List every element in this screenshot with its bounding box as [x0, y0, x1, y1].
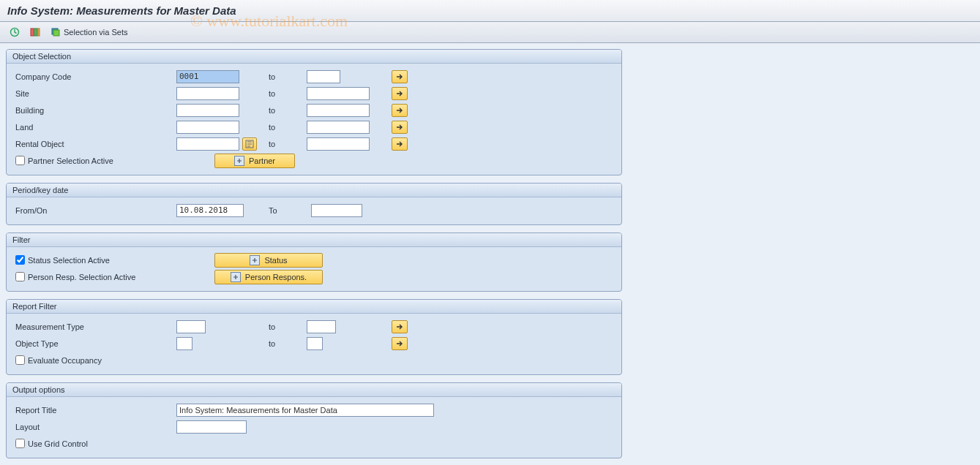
arrow-right-icon	[396, 140, 403, 148]
rental-object-from-input[interactable]	[176, 137, 239, 151]
evaluate-occupancy-label: Evaluate Occupancy	[28, 356, 102, 365]
svg-rect-3	[38, 29, 40, 36]
search-help-icon	[245, 140, 254, 148]
to-label: to	[206, 322, 307, 331]
person-respons-button-label: Person Respons.	[245, 273, 307, 281]
company-code-multiple-selection-button[interactable]	[392, 70, 408, 83]
partner-selection-active-label: Partner Selection Active	[28, 156, 113, 165]
partner-button-label: Partner	[249, 156, 275, 165]
label-rental-object: Rental Object	[12, 140, 176, 148]
expand-icon	[234, 156, 244, 166]
status-selection-active-checkbox[interactable]	[15, 255, 25, 265]
land-multiple-selection-button[interactable]	[392, 121, 408, 134]
company-code-to-input[interactable]	[307, 70, 340, 83]
content-area: Object Selection Company Code to Site to	[0, 43, 980, 465]
status-button-label: Status	[264, 256, 287, 265]
selection-via-sets-button[interactable]: Selection via Sets	[47, 25, 131, 39]
page-title: Info System: Measurements for Master Dat…	[0, 0, 980, 22]
label-building: Building	[12, 106, 176, 115]
layers-icon	[51, 27, 61, 37]
person-resp-selection-active-checkbox[interactable]	[15, 272, 25, 281]
clock-execute-icon	[10, 27, 20, 37]
arrow-right-icon	[396, 107, 403, 114]
group-report-filter: Report Filter Measurement Type to Object…	[6, 299, 622, 375]
to-label: to	[257, 140, 307, 148]
from-on-input[interactable]	[176, 204, 244, 217]
label-company-code: Company Code	[12, 72, 176, 81]
land-to-input[interactable]	[307, 121, 370, 134]
group-header-period: Period/key date	[7, 184, 621, 197]
expand-icon	[250, 255, 260, 265]
label-measurement-type: Measurement Type	[12, 322, 176, 331]
to-label: to	[239, 106, 307, 115]
group-output-options: Output options Report Title Layout Use G…	[6, 382, 622, 458]
site-from-input[interactable]	[176, 87, 239, 100]
person-resp-selection-active-label: Person Resp. Selection Active	[28, 273, 135, 281]
rental-object-to-input[interactable]	[307, 137, 370, 151]
status-button[interactable]: Status	[214, 253, 323, 268]
label-layout: Layout	[12, 423, 176, 431]
execute-button[interactable]	[6, 25, 23, 39]
object-type-from-input[interactable]	[176, 337, 192, 350]
measurement-type-from-input[interactable]	[176, 320, 206, 333]
arrow-right-icon	[396, 73, 403, 80]
label-site: Site	[12, 89, 176, 98]
layout-input[interactable]	[176, 420, 247, 434]
to-label: to	[239, 123, 307, 132]
group-object-selection: Object Selection Company Code to Site to	[6, 49, 622, 175]
group-filter: Filter Status Selection Active Status Pe…	[6, 232, 622, 292]
object-type-multiple-selection-button[interactable]	[392, 337, 408, 350]
land-from-input[interactable]	[176, 121, 239, 134]
label-object-type: Object Type	[12, 339, 176, 348]
period-to-input[interactable]	[311, 204, 362, 217]
label-report-title: Report Title	[12, 406, 176, 415]
person-respons-button[interactable]: Person Respons.	[214, 270, 323, 284]
expand-icon	[231, 272, 241, 282]
svg-rect-1	[31, 29, 34, 36]
partner-selection-active-checkbox[interactable]	[15, 156, 25, 165]
evaluate-occupancy-checkbox[interactable]	[15, 355, 25, 365]
status-selection-active-label: Status Selection Active	[28, 256, 110, 265]
dynamic-selections-icon	[30, 27, 40, 37]
toolbar: Selection via Sets © www.tutorialkart.co…	[0, 22, 980, 43]
measurement-type-to-input[interactable]	[307, 320, 336, 333]
to-label: To	[244, 206, 311, 215]
group-header-object-selection: Object Selection	[7, 50, 621, 64]
group-period-key-date: Period/key date From/On To	[6, 183, 622, 225]
rental-object-search-help-button[interactable]	[242, 137, 257, 151]
site-multiple-selection-button[interactable]	[392, 87, 408, 100]
building-multiple-selection-button[interactable]	[392, 104, 408, 117]
dynamic-selections-button[interactable]	[26, 25, 44, 39]
rental-object-multiple-selection-button[interactable]	[392, 137, 408, 151]
svg-rect-5	[53, 30, 59, 36]
arrow-right-icon	[396, 340, 403, 347]
use-grid-control-label: Use Grid Control	[28, 439, 88, 448]
arrow-right-icon	[396, 124, 403, 131]
label-land: Land	[12, 123, 176, 132]
object-type-to-input[interactable]	[307, 337, 323, 350]
use-grid-control-checkbox[interactable]	[15, 439, 25, 448]
arrow-right-icon	[396, 323, 403, 330]
arrow-right-icon	[396, 90, 403, 97]
to-label: to	[239, 72, 307, 81]
site-to-input[interactable]	[307, 87, 370, 100]
partner-button[interactable]: Partner	[214, 154, 295, 168]
building-from-input[interactable]	[176, 104, 239, 117]
report-title-input[interactable]	[176, 404, 434, 417]
to-label: to	[239, 89, 307, 98]
company-code-from-input[interactable]	[176, 70, 239, 83]
group-header-output-options: Output options	[7, 383, 621, 397]
label-from-on: From/On	[12, 206, 176, 215]
svg-rect-2	[34, 29, 37, 36]
to-label: to	[192, 339, 307, 348]
measurement-type-multiple-selection-button[interactable]	[392, 320, 408, 333]
selection-via-sets-label: Selection via Sets	[64, 28, 127, 37]
building-to-input[interactable]	[307, 104, 370, 117]
group-header-report-filter: Report Filter	[7, 300, 621, 314]
group-header-filter: Filter	[7, 233, 621, 247]
